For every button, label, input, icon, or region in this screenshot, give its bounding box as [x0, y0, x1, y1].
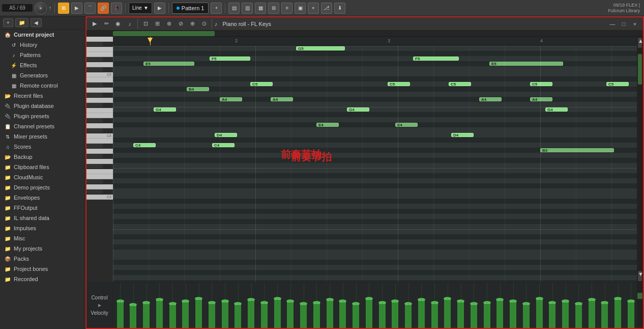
note-block[interactable]: G4 [347, 107, 369, 112]
note-block[interactable]: D4 [451, 133, 474, 137]
piano-key[interactable] [86, 189, 103, 195]
piano-key[interactable] [86, 128, 103, 133]
curve-btn[interactable]: ⌒ [84, 3, 96, 14]
piano-key[interactable] [86, 164, 103, 169]
sidebar-item-recent-files[interactable]: 📂 Recent files [0, 91, 85, 101]
note-block[interactable]: E5 [489, 62, 563, 66]
velocity-grid[interactable] [113, 283, 637, 328]
pr-speaker-btn[interactable]: ♪ [125, 19, 135, 29]
note-block[interactable]: C4 [133, 143, 156, 147]
piano-key[interactable] [86, 108, 113, 113]
scrollbar-track[interactable] [113, 31, 643, 36]
piano-key[interactable] [86, 47, 113, 52]
sidebar-item-my-projects[interactable]: 📁 My projects [0, 243, 85, 254]
sidebar-back-btn[interactable]: ◀ [31, 18, 42, 27]
note-block[interactable]: A4 [479, 97, 502, 101]
sidebar-item-history[interactable]: ↺ History [0, 40, 85, 50]
tb3[interactable]: ▦ [255, 3, 266, 14]
piano-key[interactable] [86, 83, 103, 88]
sidebar-item-backup[interactable]: 📂 Backup [0, 152, 85, 162]
vel-scroll-thumb[interactable] [637, 293, 642, 299]
piano-key[interactable] [86, 67, 103, 72]
pr-mute-btn[interactable]: ⊘ [175, 19, 186, 29]
sidebar-item-packs[interactable]: 📦 Packs [0, 254, 85, 264]
note-block[interactable]: E4 [395, 123, 418, 127]
tb2[interactable]: ▥ [242, 3, 253, 14]
note-block[interactable]: C5 [530, 82, 552, 86]
note-block[interactable]: E5 [143, 62, 194, 66]
piano-key[interactable] [86, 62, 113, 67]
note-block[interactable]: C5 [388, 82, 410, 86]
piano-key[interactable] [86, 57, 103, 62]
play-btn[interactable]: ▶ [154, 3, 165, 14]
piano-key[interactable] [86, 113, 113, 118]
v-scroll-track[interactable] [637, 49, 643, 270]
piano-key[interactable] [86, 169, 113, 174]
pr-lasso-btn[interactable]: ⊞ [152, 19, 162, 29]
pattern-selector[interactable]: Pattern 1 [172, 3, 209, 14]
note-block[interactable]: G4 [545, 107, 568, 112]
piano-key[interactable] [86, 98, 113, 103]
piano-roll-h-scrollbar[interactable] [86, 31, 643, 37]
piano-key[interactable] [86, 159, 113, 164]
line-selector[interactable]: Line ▼ [129, 3, 152, 14]
piano-key[interactable] [86, 42, 103, 47]
note-block[interactable]: F5 [413, 57, 459, 61]
forward-btn[interactable]: ▶ [71, 3, 82, 14]
add-pattern-btn[interactable]: + [211, 3, 222, 14]
tb7[interactable]: ⌖ [308, 3, 319, 14]
sidebar-item-scores[interactable]: ♫ Scores [0, 142, 85, 152]
piano-key[interactable] [86, 139, 113, 144]
sidebar-folder-btn[interactable]: 📁 [15, 18, 28, 27]
note-block[interactable]: A4 [220, 97, 242, 101]
tb1[interactable]: ▤ [228, 3, 240, 14]
sidebar-item-patterns[interactable]: ♪ Patterns [0, 50, 85, 60]
pr-play-btn[interactable]: ▶ [90, 19, 100, 29]
note-block[interactable]: G4 [154, 107, 176, 112]
sidebar-item-current-project[interactable]: 🏠 Current project [0, 30, 85, 40]
sidebar-item-demo-projects[interactable]: 📁 Demo projects [0, 182, 85, 193]
pr-zoom-btn[interactable]: ⊕ [187, 19, 197, 29]
tb9[interactable]: ⬇ [334, 3, 345, 14]
snap-btn[interactable]: ⊞ [58, 3, 69, 14]
link-btn[interactable]: 🔗 [98, 3, 109, 14]
note-block[interactable]: E4 [316, 123, 339, 127]
sidebar-item-effects[interactable]: ⚡ Effects [0, 60, 85, 70]
tb8[interactable]: ⎇ [321, 3, 332, 14]
sidebar-item-recorded[interactable]: 📁 Recorded [0, 274, 85, 284]
sidebar-item-il-shared-data[interactable]: 📁 IL shared data [0, 213, 85, 223]
note-block[interactable]: C5 [250, 82, 273, 86]
sidebar-item-cloudmusic[interactable]: 📁 CloudMusic [0, 172, 85, 182]
tb6[interactable]: ▣ [295, 3, 306, 14]
sidebar-item-plugin-database[interactable]: 🔌 Plugin database [0, 101, 85, 111]
piano-key[interactable] [86, 118, 103, 123]
hat-btn[interactable]: 🎩 [111, 3, 122, 14]
pr-erase-btn[interactable]: ⊗ [164, 19, 174, 29]
pr-min-btn[interactable]: — [607, 19, 618, 29]
piano-key[interactable] [86, 77, 113, 83]
tb5[interactable]: ≡ [281, 3, 292, 14]
piano-key[interactable] [86, 154, 103, 159]
piano-key[interactable] [86, 149, 113, 154]
sidebar-item-mixer-presets[interactable]: ⇅ Mixer presets [0, 131, 85, 142]
piano-key[interactable] [86, 103, 103, 108]
sidebar-add-btn[interactable]: + [3, 18, 13, 27]
piano-keys[interactable]: C5C4C3 [86, 37, 113, 282]
pr-zoom2-btn[interactable]: ⊙ [199, 19, 209, 29]
note-block[interactable]: C5 [449, 82, 471, 86]
sidebar-item-project-bones[interactable]: 📁 Project bones [0, 264, 85, 274]
tempo-dial[interactable]: ● [35, 2, 47, 14]
v-scroll-down[interactable]: ▼ [638, 271, 642, 281]
pr-max-btn[interactable]: □ [619, 19, 629, 29]
note-grid[interactable]: G5F5F5E5E5C5C5C5C5C5B4A4A4A4A4G4G4G4E4E4… [113, 46, 637, 282]
piano-key[interactable]: C5 [86, 72, 113, 77]
sidebar-item-ffoutput[interactable]: 📁 FFOutput [0, 203, 85, 213]
note-block[interactable]: F5 [210, 57, 250, 61]
sidebar-item-impulses[interactable]: 📁 Impulses [0, 223, 85, 233]
v-scroll-thumb[interactable] [638, 54, 642, 85]
pr-sel-btn[interactable]: ⊡ [140, 19, 151, 29]
piano-key[interactable] [86, 179, 103, 184]
piano-key[interactable]: C4 [86, 133, 113, 139]
note-block[interactable]: C4 [212, 143, 235, 147]
pr-pencil-btn[interactable]: ✏ [101, 19, 111, 29]
